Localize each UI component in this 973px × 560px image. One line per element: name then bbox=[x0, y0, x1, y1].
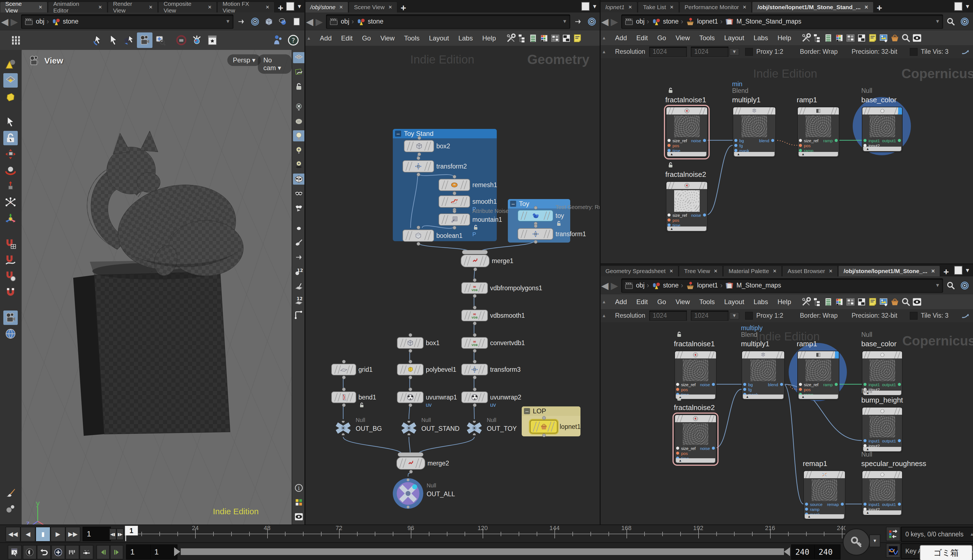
globe-icon[interactable] bbox=[3, 327, 18, 341]
output-dot[interactable] bbox=[408, 403, 412, 407]
tilevis-checkbox[interactable] bbox=[910, 48, 918, 56]
output-port-dot[interactable] bbox=[898, 139, 901, 142]
input-dot[interactable] bbox=[408, 360, 412, 363]
maximize-pane-icon[interactable] bbox=[581, 2, 590, 11]
cop-node-bump_height[interactable]: input1input2output1▲ bbox=[862, 407, 903, 452]
input-port-dot[interactable] bbox=[805, 508, 808, 511]
resolution-width-field[interactable]: 1024 bbox=[649, 310, 687, 321]
menu-add[interactable]: Add bbox=[320, 34, 332, 42]
pin-icon[interactable] bbox=[236, 16, 247, 27]
node-mountain1[interactable] bbox=[438, 213, 470, 226]
reset-view-icon[interactable] bbox=[960, 46, 971, 57]
input-dot[interactable] bbox=[408, 333, 412, 337]
menu-go[interactable]: Go bbox=[362, 34, 371, 42]
menu-layout[interactable]: Layout bbox=[724, 34, 744, 42]
path-dropdown-icon[interactable]: ▼ bbox=[935, 282, 940, 288]
middle-tab-1[interactable]: Scene View× bbox=[349, 2, 397, 12]
right_bottom-breadcrumb[interactable]: obj›stone›lopnet1›M_Stone_maps▼ bbox=[621, 278, 943, 293]
view-camera-icon[interactable] bbox=[3, 310, 18, 325]
wrench-icon[interactable] bbox=[801, 32, 811, 43]
render-region-icon[interactable] bbox=[173, 32, 189, 48]
forward-icon[interactable]: ▶ bbox=[611, 280, 618, 291]
magnifier-icon[interactable] bbox=[945, 280, 956, 291]
right_top-tab-1[interactable]: Take List× bbox=[638, 2, 679, 12]
menu-add[interactable]: Add bbox=[615, 298, 627, 306]
magnet-curve-icon[interactable] bbox=[3, 253, 18, 267]
window-cursor-icon[interactable] bbox=[8, 545, 22, 560]
menu-view[interactable]: View bbox=[380, 34, 395, 42]
back-icon[interactable]: ◀ bbox=[306, 16, 313, 27]
help-icon[interactable]: ? bbox=[285, 32, 301, 48]
plane-pin-icon[interactable] bbox=[293, 280, 305, 292]
scene-viewport[interactable]: ViewPersp ▾No cam ▾Indie Editionyxz bbox=[22, 50, 292, 525]
cop-node-base_color[interactable]: input1input2output1▲ bbox=[862, 107, 903, 152]
input-port-dot[interactable] bbox=[743, 388, 746, 391]
bulb-x-icon[interactable] bbox=[293, 102, 305, 113]
input-dot[interactable] bbox=[453, 210, 456, 213]
output-dot[interactable] bbox=[473, 268, 477, 271]
sculpt-tool-icon[interactable] bbox=[3, 501, 18, 516]
new-tab-button[interactable]: + bbox=[401, 3, 406, 12]
magnifier-icon[interactable] bbox=[900, 297, 911, 307]
cop-node-fractalnoise2[interactable]: size_refpostimenoise▲ bbox=[675, 415, 716, 464]
add-key-icon[interactable] bbox=[51, 545, 65, 560]
sphere-lasso-icon[interactable] bbox=[277, 16, 288, 27]
eye-icon[interactable] bbox=[293, 511, 305, 522]
menu-view[interactable]: View bbox=[676, 298, 690, 306]
node-OUT_BG[interactable] bbox=[334, 421, 352, 435]
tree-icon[interactable] bbox=[811, 297, 823, 307]
magnet-ball-icon[interactable] bbox=[3, 269, 18, 283]
output-dot[interactable] bbox=[417, 173, 420, 176]
forward-icon[interactable]: ▶ bbox=[611, 16, 618, 27]
image-plus-icon[interactable] bbox=[878, 32, 889, 43]
resolution-dropdown-icon[interactable]: ▼ bbox=[730, 48, 739, 55]
output-dot[interactable] bbox=[342, 403, 346, 407]
basket-icon[interactable] bbox=[889, 32, 900, 43]
flipbook-icon[interactable] bbox=[189, 32, 205, 48]
input-port-dot[interactable] bbox=[668, 149, 671, 152]
close-icon[interactable]: × bbox=[931, 268, 935, 275]
keys-status-dropdown[interactable]: 0 keys, 0/0 channels▲ bbox=[901, 527, 973, 542]
node-uvunwrap2[interactable] bbox=[461, 392, 488, 403]
list-icon[interactable] bbox=[823, 32, 834, 43]
right_top-tab-2[interactable]: Performance Monitor× bbox=[680, 2, 752, 12]
left-crumb-stone[interactable]: stone bbox=[51, 17, 78, 26]
left-tab-3[interactable]: Composite View× bbox=[158, 2, 217, 12]
handles-tool-icon[interactable] bbox=[3, 211, 18, 226]
input-port-dot[interactable] bbox=[668, 144, 671, 147]
input-dot[interactable] bbox=[342, 360, 346, 363]
output-dot[interactable] bbox=[473, 349, 477, 353]
close-icon[interactable]: × bbox=[98, 3, 102, 11]
menu-labs[interactable]: Labs bbox=[754, 34, 768, 42]
magnifier-icon[interactable] bbox=[945, 16, 956, 27]
bulb-plus2-icon[interactable] bbox=[293, 159, 305, 170]
cop-node-fractalnoise2[interactable]: size_refpostimenoise▲ bbox=[666, 181, 708, 232]
palette-icon[interactable] bbox=[834, 297, 845, 307]
input-dot[interactable] bbox=[453, 192, 456, 195]
input-port-dot[interactable] bbox=[676, 452, 679, 455]
menu-edit[interactable]: Edit bbox=[341, 34, 353, 42]
node-vdbsmooth1[interactable]: ∞VDB bbox=[461, 310, 488, 321]
pin-icon[interactable] bbox=[293, 252, 305, 263]
right_top-crumb-obj[interactable]: obj bbox=[624, 17, 645, 26]
close-icon[interactable]: × bbox=[773, 268, 776, 275]
menu-tools[interactable]: Tools bbox=[700, 34, 715, 42]
note-icon[interactable] bbox=[867, 32, 878, 43]
pan-zoom-icon[interactable] bbox=[152, 32, 168, 48]
right_top-tab-3[interactable]: /obj/stone/lopnet1/M_Stone_Stand_...× bbox=[752, 2, 873, 12]
grid-yellow-icon[interactable] bbox=[293, 497, 305, 508]
left-crumb-obj[interactable]: obj bbox=[24, 17, 44, 26]
eye-icon[interactable] bbox=[911, 297, 923, 307]
cop-node-fractalnoise1[interactable]: size_refpostimenoise▲ bbox=[666, 107, 708, 157]
input-dot[interactable] bbox=[534, 224, 538, 228]
collapse-icon[interactable]: – bbox=[524, 408, 530, 414]
forward-icon[interactable]: ▶ bbox=[315, 16, 323, 27]
node-box2[interactable] bbox=[404, 140, 434, 152]
eye-icon[interactable] bbox=[911, 32, 923, 43]
middle-tab-0[interactable]: /obj/stone× bbox=[305, 2, 348, 12]
left-tab-2[interactable]: Render View× bbox=[108, 2, 158, 12]
shade-cone-icon[interactable] bbox=[3, 57, 18, 72]
output-port-dot[interactable] bbox=[898, 503, 901, 506]
pane-menu-icon[interactable]: ▼ bbox=[965, 267, 970, 273]
cop-node-ramp1[interactable]: size_refposrampramp▲ bbox=[797, 351, 840, 400]
